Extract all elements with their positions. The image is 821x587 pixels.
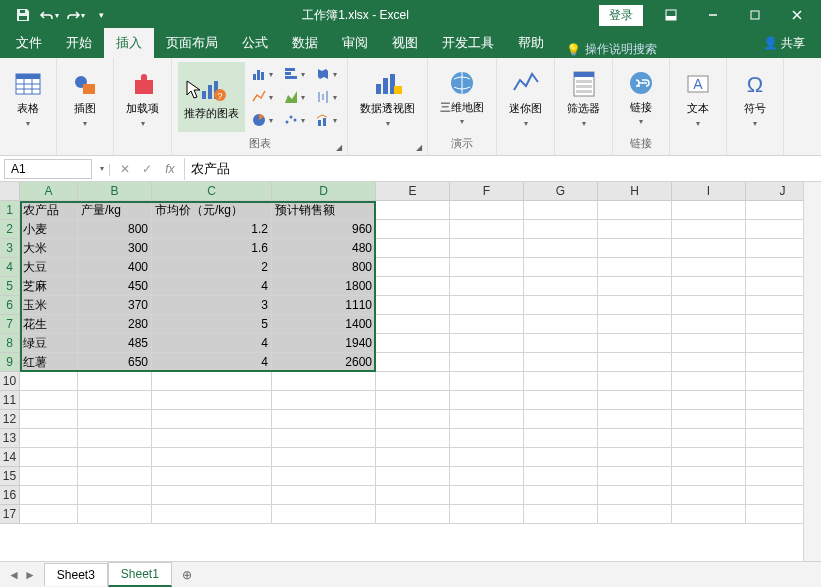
cell[interactable] [450,315,524,334]
sparklines-button[interactable]: 迷你图▾ [503,64,548,134]
name-box[interactable] [4,159,92,179]
cell[interactable] [598,296,672,315]
charts-dialog-launcher[interactable]: ◢ [333,141,345,153]
cell[interactable] [376,220,450,239]
cell[interactable] [20,410,78,429]
cell[interactable] [272,467,376,486]
cell[interactable] [672,296,746,315]
line-chart-button[interactable]: ▾ [247,86,277,108]
cell[interactable] [376,429,450,448]
cell[interactable]: 300 [78,239,152,258]
cell[interactable] [598,277,672,296]
row-header[interactable]: 15 [0,467,20,486]
row-header[interactable]: 4 [0,258,20,277]
cell[interactable] [524,505,598,524]
col-header[interactable]: B [78,182,152,201]
vertical-scrollbar[interactable] [803,182,821,561]
row-header[interactable]: 17 [0,505,20,524]
cell[interactable] [376,410,450,429]
cell[interactable] [20,505,78,524]
cell[interactable] [672,372,746,391]
cell[interactable] [450,258,524,277]
cell[interactable]: 1800 [272,277,376,296]
column-chart-button[interactable]: ▾ [247,63,277,85]
cell[interactable]: 预计销售额 [272,201,376,220]
scatter-chart-button[interactable]: ▾ [279,109,309,131]
cell[interactable] [672,448,746,467]
redo-icon[interactable]: ▾ [64,4,86,26]
cell[interactable] [78,467,152,486]
cell[interactable]: 1.6 [152,239,272,258]
cell[interactable] [598,201,672,220]
cell[interactable] [450,448,524,467]
cell[interactable] [272,429,376,448]
sheet-prev-icon[interactable]: ◄ [8,568,20,582]
row-header[interactable]: 14 [0,448,20,467]
cell[interactable]: 红薯 [20,353,78,372]
link-button[interactable]: 链接▾ [619,62,663,132]
cell[interactable] [272,448,376,467]
cell[interactable]: 大米 [20,239,78,258]
illustrations-button[interactable]: 插图▾ [63,64,107,134]
close-button[interactable] [777,0,817,30]
sheet-tab-sheet1[interactable]: Sheet1 [108,562,172,587]
cell[interactable] [376,391,450,410]
cell[interactable]: 280 [78,315,152,334]
cell[interactable] [672,220,746,239]
bar-chart-button[interactable]: ▾ [279,63,309,85]
cell[interactable] [598,391,672,410]
cell[interactable] [598,486,672,505]
cell[interactable] [598,429,672,448]
tab-file[interactable]: 文件 [4,28,54,58]
tab-formulas[interactable]: 公式 [230,28,280,58]
cell[interactable] [152,410,272,429]
enter-formula-icon[interactable]: ✓ [137,162,157,176]
tell-me-search[interactable]: 💡操作说明搜索 [556,41,751,58]
cell[interactable] [152,372,272,391]
cell[interactable] [272,505,376,524]
cell[interactable] [78,505,152,524]
cell[interactable]: 5 [152,315,272,334]
minimize-button[interactable] [693,0,733,30]
cell[interactable] [450,353,524,372]
cell[interactable] [78,486,152,505]
cell[interactable] [672,334,746,353]
cell[interactable] [524,258,598,277]
col-header[interactable]: I [672,182,746,201]
cell[interactable] [20,372,78,391]
col-header[interactable]: D [272,182,376,201]
cell[interactable] [450,486,524,505]
map-chart-button[interactable]: ▾ [311,63,341,85]
row-header[interactable]: 11 [0,391,20,410]
cell[interactable] [78,391,152,410]
3dmap-button[interactable]: 三维地图▾ [434,62,490,132]
cell[interactable] [20,429,78,448]
cell[interactable] [598,239,672,258]
cell[interactable] [78,372,152,391]
pivotchart-button[interactable]: 数据透视图▾ [354,64,421,134]
cell[interactable] [672,201,746,220]
sheet-tab-sheet3[interactable]: Sheet3 [44,563,108,586]
cell[interactable] [598,220,672,239]
cell[interactable] [672,277,746,296]
fx-icon[interactable]: fx [159,162,180,176]
undo-icon[interactable]: ▾ [38,4,60,26]
cell[interactable]: 1940 [272,334,376,353]
filters-button[interactable]: 筛选器▾ [561,64,606,134]
tab-pagelayout[interactable]: 页面布局 [154,28,230,58]
cell[interactable] [78,429,152,448]
cell[interactable] [672,429,746,448]
cell[interactable] [152,505,272,524]
cancel-formula-icon[interactable]: ✕ [115,162,135,176]
cell[interactable] [450,467,524,486]
cell[interactable]: 2600 [272,353,376,372]
row-header[interactable]: 6 [0,296,20,315]
login-button[interactable]: 登录 [599,5,643,26]
cell[interactable] [152,467,272,486]
tables-button[interactable]: 表格▾ [6,64,50,134]
cell[interactable] [524,391,598,410]
cell[interactable] [272,410,376,429]
recommended-charts-button[interactable]: ? 推荐的图表 [178,62,245,132]
cell[interactable] [152,391,272,410]
row-header[interactable]: 10 [0,372,20,391]
